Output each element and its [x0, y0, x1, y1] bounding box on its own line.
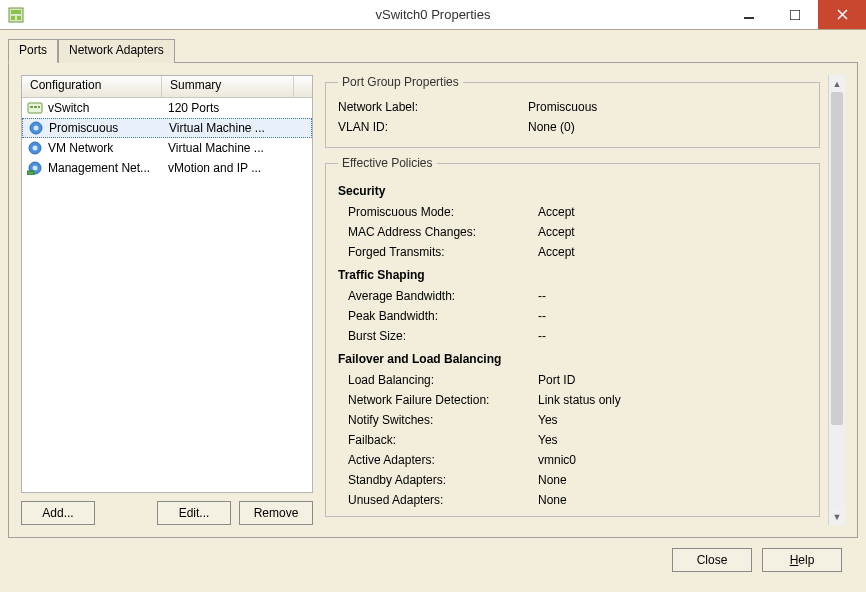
left-pane: Configuration Summary vSwitch120 PortsPr…	[21, 75, 313, 525]
peak-bandwidth-label: Peak Bandwidth:	[348, 309, 538, 323]
minimize-button[interactable]	[726, 0, 772, 29]
svg-rect-2	[11, 16, 15, 20]
vswitch-icon	[26, 101, 44, 115]
standby-adapters-label: Standby Adapters:	[348, 473, 538, 487]
close-window-button[interactable]	[818, 0, 866, 29]
portgroup-icon	[27, 121, 45, 135]
vmkernel-port-icon	[26, 161, 44, 175]
unused-adapters-label: Unused Adapters:	[348, 493, 538, 507]
scroll-track[interactable]	[829, 92, 845, 508]
port-group-properties-group: Port Group Properties Network Label: Pro…	[325, 75, 820, 148]
list-header-configuration[interactable]: Configuration	[22, 76, 162, 97]
tab-network-adapters[interactable]: Network Adapters	[58, 39, 175, 63]
list-row-summary: Virtual Machine ...	[162, 141, 308, 155]
mac-address-changes-label: MAC Address Changes:	[348, 225, 538, 239]
details-scroll-area: Port Group Properties Network Label: Pro…	[325, 75, 822, 525]
network-label-label: Network Label:	[338, 100, 528, 114]
vlan-id-value: None (0)	[528, 120, 807, 134]
security-heading: Security	[338, 184, 807, 198]
traffic-shaping-heading: Traffic Shaping	[338, 268, 807, 282]
standby-adapters-value: None	[538, 473, 807, 487]
unused-adapters-value: None	[538, 493, 807, 507]
edit-button[interactable]: Edit...	[157, 501, 231, 525]
promiscuous-mode-label: Promiscuous Mode:	[348, 205, 538, 219]
network-label-value: Promiscuous	[528, 100, 807, 114]
tab-ports[interactable]: Ports	[8, 39, 58, 63]
network-failure-detection-value: Link status only	[538, 393, 807, 407]
close-button[interactable]: Close	[672, 548, 752, 572]
network-failure-detection-label: Network Failure Detection:	[348, 393, 538, 407]
list-row-name: Promiscuous	[45, 121, 163, 135]
titlebar: vSwitch0 Properties	[0, 0, 866, 30]
active-adapters-value: vmnic0	[538, 453, 807, 467]
scroll-up-icon[interactable]: ▲	[829, 75, 845, 92]
tab-body: Configuration Summary vSwitch120 PortsPr…	[8, 62, 858, 538]
list-header-spacer	[294, 76, 312, 97]
scroll-thumb[interactable]	[831, 92, 843, 425]
burst-size-label: Burst Size:	[348, 329, 538, 343]
port-group-properties-legend: Port Group Properties	[338, 75, 463, 89]
svg-point-15	[33, 166, 38, 171]
peak-bandwidth-value: --	[538, 309, 807, 323]
list-header: Configuration Summary	[22, 76, 312, 98]
window-controls	[726, 0, 866, 29]
svg-rect-8	[34, 106, 37, 108]
footer-buttons: Close Help	[8, 538, 858, 584]
remove-button[interactable]: Remove	[239, 501, 313, 525]
burst-size-value: --	[538, 329, 807, 343]
configuration-list: Configuration Summary vSwitch120 PortsPr…	[21, 75, 313, 493]
scroll-down-icon[interactable]: ▼	[829, 508, 845, 525]
forged-transmits-value: Accept	[538, 245, 807, 259]
average-bandwidth-label: Average Bandwidth:	[348, 289, 538, 303]
svg-rect-1	[11, 10, 21, 14]
content-area: Ports Network Adapters Configuration Sum…	[0, 30, 866, 592]
list-row-summary: Virtual Machine ...	[163, 121, 307, 135]
failover-heading: Failover and Load Balancing	[338, 352, 807, 366]
svg-rect-5	[790, 10, 800, 20]
tab-strip: Ports Network Adapters	[8, 38, 858, 62]
list-row-summary: vMotion and IP ...	[162, 161, 308, 175]
list-row[interactable]: PromiscuousVirtual Machine ...	[22, 118, 312, 138]
failback-label: Failback:	[348, 433, 538, 447]
notify-switches-value: Yes	[538, 413, 807, 427]
help-button[interactable]: Help	[762, 548, 842, 572]
average-bandwidth-value: --	[538, 289, 807, 303]
svg-rect-3	[17, 16, 21, 20]
failback-value: Yes	[538, 433, 807, 447]
active-adapters-label: Active Adapters:	[348, 453, 538, 467]
load-balancing-label: Load Balancing:	[348, 373, 538, 387]
svg-point-13	[33, 146, 38, 151]
svg-rect-9	[38, 106, 40, 108]
list-header-summary[interactable]: Summary	[162, 76, 294, 97]
list-row-name: Management Net...	[44, 161, 162, 175]
notify-switches-label: Notify Switches:	[348, 413, 538, 427]
svg-rect-7	[30, 106, 33, 108]
list-row-summary: 120 Ports	[162, 101, 308, 115]
vlan-id-label: VLAN ID:	[338, 120, 528, 134]
list-row-name: VM Network	[44, 141, 162, 155]
vertical-scrollbar[interactable]: ▲ ▼	[828, 75, 845, 525]
list-row-name: vSwitch	[44, 101, 162, 115]
forged-transmits-label: Forged Transmits:	[348, 245, 538, 259]
window: vSwitch0 Properties Ports Network Adapte…	[0, 0, 866, 592]
svg-point-11	[34, 126, 39, 131]
promiscuous-mode-value: Accept	[538, 205, 807, 219]
load-balancing-value: Port ID	[538, 373, 807, 387]
effective-policies-group: Effective Policies Security Promiscuous …	[325, 156, 820, 517]
maximize-button[interactable]	[772, 0, 818, 29]
list-row[interactable]: vSwitch120 Ports	[22, 98, 312, 118]
portgroup-icon	[26, 141, 44, 155]
mac-address-changes-value: Accept	[538, 225, 807, 239]
right-pane: Port Group Properties Network Label: Pro…	[325, 75, 845, 525]
list-row[interactable]: VM NetworkVirtual Machine ...	[22, 138, 312, 158]
list-row[interactable]: Management Net...vMotion and IP ...	[22, 158, 312, 178]
svg-rect-16	[27, 171, 34, 175]
app-icon	[6, 5, 26, 25]
svg-rect-4	[744, 17, 754, 19]
add-button[interactable]: Add...	[21, 501, 95, 525]
effective-policies-legend: Effective Policies	[338, 156, 437, 170]
